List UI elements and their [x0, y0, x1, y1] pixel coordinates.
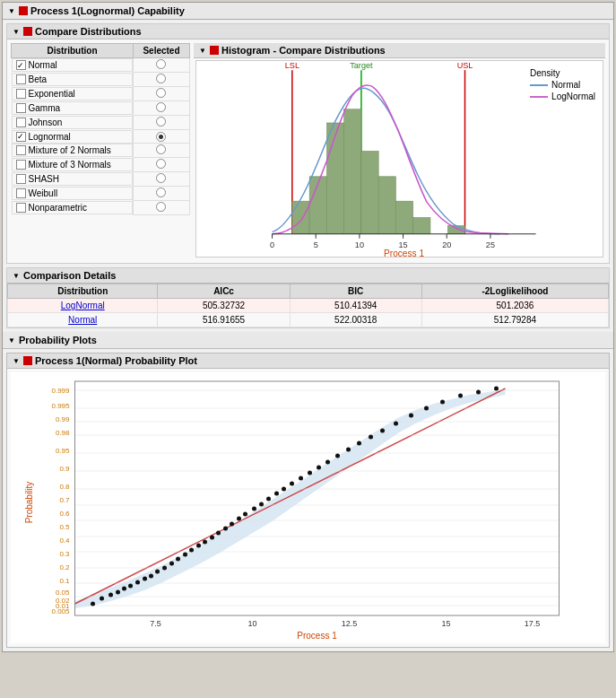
compare-dist-title-bar: ▼ Compare Distributions — [7, 24, 609, 39]
details-bic-lognormal: 510.41394 — [290, 299, 421, 313]
radio-lognormal[interactable] — [156, 132, 166, 142]
table-row: Weibull — [12, 187, 190, 201]
x-axis-title: Process 1 — [384, 249, 424, 257]
details-collapse-btn[interactable]: ▼ — [12, 271, 21, 280]
main-title-bar: ▼ Process 1(Lognormal) Capability — [3, 3, 613, 20]
comparison-details-title-bar: ▼ Comparison Details — [7, 268, 609, 284]
compare-collapse-btn[interactable]: ▼ — [12, 27, 21, 36]
details-col-aicc: AICc — [158, 284, 290, 299]
data-point — [424, 406, 429, 411]
histogram-collapse-btn[interactable]: ▼ — [198, 46, 207, 55]
hist-bar-4 — [344, 109, 361, 234]
dist-row-nonparam: Nonparametric — [16, 203, 88, 213]
comparison-details-title: Comparison Details — [23, 270, 116, 281]
data-point — [189, 548, 194, 553]
prob-plots-collapse-btn[interactable]: ▼ — [7, 336, 16, 345]
dist-row-normal: ✓Normal — [16, 60, 57, 70]
table-row: Johnson — [12, 116, 190, 130]
y-label-005: 0.05 — [56, 589, 70, 597]
details-col-loglik: -2Loglikelihood — [421, 284, 608, 299]
radio-weibull[interactable] — [156, 188, 166, 197]
data-point — [266, 497, 271, 502]
data-point — [176, 557, 180, 562]
hist-bar-6 — [378, 177, 395, 234]
probability-plot-svg: 0.999 0.995 0.99 0.98 0.95 0.9 0.8 0.7 0… — [11, 372, 605, 641]
compare-dist-title: Compare Distributions — [35, 26, 142, 37]
comparison-details-panel: ▼ Comparison Details Distribution AICc B… — [6, 267, 610, 328]
data-point — [317, 466, 321, 470]
checkbox-lognormal[interactable]: ✓ — [16, 132, 26, 142]
histogram-title-bar: ▼ Histogram - Compare Distributions — [194, 43, 605, 58]
normal-legend-line — [530, 84, 548, 86]
y-label-03: 0.3 — [59, 550, 70, 558]
y-label-099: 0.99 — [56, 415, 70, 423]
data-point — [128, 584, 133, 589]
radio-exponential[interactable] — [156, 88, 166, 98]
radio-beta[interactable] — [156, 74, 166, 83]
checkbox-gamma[interactable] — [16, 103, 26, 113]
y-label-06: 0.6 — [59, 510, 70, 518]
data-point — [143, 577, 147, 581]
radio-mix2[interactable] — [156, 144, 166, 154]
hist-bar-9 — [447, 226, 464, 234]
hist-bar-3 — [326, 123, 343, 234]
data-point — [357, 441, 361, 446]
radio-johnson[interactable] — [156, 117, 166, 127]
data-point — [162, 566, 167, 571]
details-dist-normal: Normal — [8, 313, 158, 327]
dist-col-header: Distribution — [12, 44, 134, 58]
table-row: Beta — [12, 73, 190, 87]
x-label-10: 10 — [247, 619, 256, 628]
density-label: Density — [530, 68, 595, 78]
lsl-label: LSL — [285, 61, 299, 70]
checkbox-exponential[interactable] — [16, 89, 26, 99]
radio-normal[interactable] — [156, 59, 166, 69]
details-col-dist: Distribution — [8, 284, 158, 299]
checkbox-johnson[interactable] — [16, 118, 26, 127]
main-panel: ▼ Process 1(Lognormal) Capability ▼ Comp… — [2, 2, 614, 652]
checkbox-weibull[interactable] — [16, 188, 26, 198]
checkbox-beta[interactable] — [16, 74, 26, 84]
radio-mix3[interactable] — [156, 159, 166, 169]
radio-gamma[interactable] — [156, 102, 166, 112]
data-point — [369, 435, 373, 440]
probability-plots-section: ▼ Probability Plots ▼ Process 1(Normal) … — [3, 332, 613, 648]
dist-row-gamma: Gamma — [16, 103, 61, 113]
prob-plots-title: Probability Plots — [19, 335, 97, 345]
dist-row-exponential: Exponential — [16, 89, 75, 99]
checkbox-mix2[interactable] — [16, 145, 26, 155]
y-label-08: 0.8 — [59, 483, 70, 491]
checkbox-normal[interactable]: ✓ — [16, 60, 26, 70]
histogram-title: Histogram - Compare Distributions — [221, 45, 386, 56]
table-row: Mixture of 3 Normals — [12, 158, 190, 172]
data-point — [308, 471, 312, 476]
table-row: ✓Normal — [12, 58, 190, 73]
prob-plot-title: Process 1(Normal) Probability Plot — [35, 355, 197, 366]
data-point — [325, 460, 330, 465]
prob-y-axis-title: Probability — [24, 482, 34, 524]
checkbox-nonparam[interactable] — [16, 203, 26, 213]
radio-shash[interactable] — [156, 173, 166, 183]
dist-row-johnson: Johnson — [16, 118, 63, 127]
table-row: ✓Lognormal — [12, 130, 190, 144]
table-row: Gamma — [12, 101, 190, 116]
details-dist-lognormal: LogNormal — [8, 299, 158, 313]
legend-normal-label: Normal — [551, 80, 580, 90]
checkbox-shash[interactable] — [16, 174, 26, 184]
data-point — [299, 476, 303, 481]
prob-plot-collapse-btn[interactable]: ▼ — [12, 356, 21, 365]
data-point — [237, 517, 241, 521]
data-point — [440, 400, 445, 405]
collapse-btn[interactable]: ▼ — [7, 6, 16, 15]
y-label-05: 0.5 — [59, 523, 70, 531]
data-point — [108, 593, 113, 598]
legend-lognormal-label: LogNormal — [551, 92, 595, 101]
distribution-table: Distribution Selected ✓Normal Beta — [11, 43, 190, 215]
data-point — [223, 527, 228, 531]
table-row: SHASH — [12, 172, 190, 187]
prob-plot-panel: ▼ Process 1(Normal) Probability Plot — [6, 353, 610, 648]
checkbox-mix3[interactable] — [16, 160, 26, 170]
y-label-01: 0.1 — [59, 577, 70, 585]
radio-nonparam[interactable] — [156, 202, 166, 212]
prob-plot-red-square — [23, 356, 32, 365]
